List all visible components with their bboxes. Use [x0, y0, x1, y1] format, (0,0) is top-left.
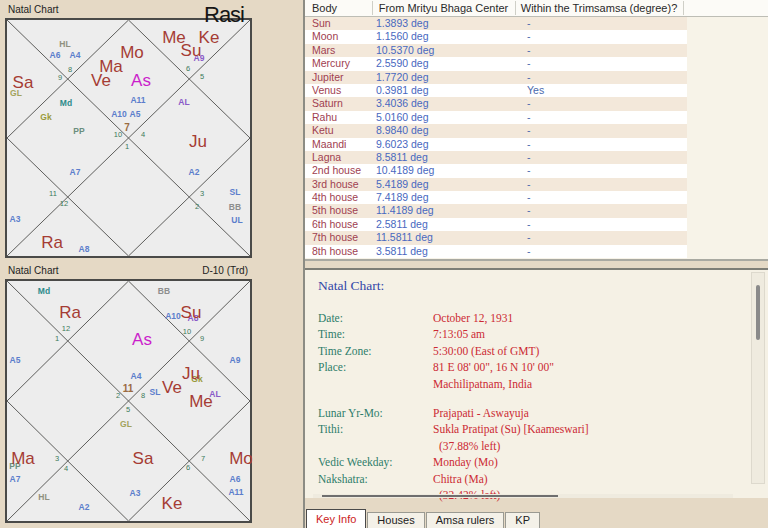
rasi-number: 9 [200, 335, 204, 343]
info-row: Time:7:13:05 am [318, 324, 738, 340]
planet-ju: Ju [189, 133, 207, 150]
table-row-mercury: Mercury2.5590 deg- [305, 57, 687, 70]
rasi-number: 6 [186, 65, 190, 73]
rasi-number: 1 [55, 335, 59, 343]
table-row-maandi: Maandi9.6023 deg- [305, 138, 687, 151]
cell-distance: 3.4036 deg [376, 97, 429, 111]
cell-trimsamsa: - [527, 218, 531, 232]
cell-trimsamsa: - [527, 191, 531, 205]
cell-distance: 1.3893 deg [376, 17, 429, 31]
chart-label-a8: A8 [79, 245, 90, 254]
chart1-title: Natal Chart [8, 4, 59, 15]
cell-trimsamsa: - [527, 164, 531, 178]
tab-amsa-rulers[interactable]: Amsa rulers [426, 512, 505, 528]
chart-label-bb: BB [229, 203, 241, 212]
info-row: Machilipatnam, India [318, 374, 738, 390]
chart-label-a4: A4 [70, 51, 81, 60]
chart-label-al: AL [178, 98, 189, 107]
info-row: Place:81 E 08' 00", 16 N 10' 00" [318, 357, 738, 373]
mrityu-bhaga-panel: Body From Mrityu Bhaga Center Within the… [305, 0, 768, 261]
chart-label-a6: A6 [50, 51, 61, 60]
planet-ra: Ra [59, 304, 81, 321]
horizontal-scrollbar-thumb[interactable] [322, 495, 558, 497]
rasi-number: 11 [49, 190, 57, 198]
tab-key-info[interactable]: Key Info [306, 509, 366, 528]
vertical-scrollbar-thumb[interactable] [756, 285, 760, 340]
info-value: (37.88% left) [433, 440, 500, 452]
jhora-window: Natal Chart Rasi HLA6A4GLMdGkPPA9ALA11A1… [0, 0, 768, 528]
right-pane: Body From Mrityu Bhaga Center Within the… [303, 0, 768, 528]
cell-body: 3rd house [312, 178, 359, 192]
key-info-panel: Natal Chart: Date:October 12, 1931Time:7… [305, 268, 768, 498]
planet-me: Me [189, 393, 213, 410]
header-mrityu-bhaga: From Mrityu Bhaga Center [372, 2, 515, 14]
cell-trimsamsa: - [527, 245, 531, 259]
cell-body: Rahu [312, 111, 337, 125]
rasi-number: 4 [64, 465, 68, 473]
info-row: Date:October 12, 1931 [318, 308, 738, 324]
chart-label-a10: A10 [165, 312, 181, 321]
horizontal-scrollbar[interactable] [313, 494, 733, 498]
tab-bar: Key InfoHousesAmsa rulersKP [305, 505, 541, 528]
rasi-number: 6 [186, 464, 190, 472]
chart-label-a3: A3 [130, 489, 141, 498]
rasi-chart[interactable]: HLA6A4GLMdGkPPA9ALA11A10A5A2A7SLBBULA3A8… [5, 18, 252, 258]
chart-label-a2: A2 [189, 168, 200, 177]
tab-kp[interactable]: KP [505, 512, 540, 528]
chart-label-hl: HL [59, 40, 70, 49]
planet-sa: Sa [133, 450, 154, 467]
column-divider [372, 1, 373, 15]
table-row-lagna: Lagna8.5811 deg- [305, 151, 687, 164]
table-row-ketu: Ketu8.9840 deg- [305, 124, 687, 137]
d10-chart[interactable]: MdBBA10A8A5A9A4GkSLALGLPPA7HLA2A3A6A1112… [5, 279, 252, 523]
rasi-number: 4 [141, 131, 145, 139]
planet-sa: Sa [13, 74, 34, 91]
chart-label-a4: A4 [131, 372, 142, 381]
chart-label-pp: PP [73, 127, 84, 136]
chart2-title: Natal Chart [8, 265, 59, 276]
chart-label-bb: BB [158, 287, 170, 296]
cell-distance: 3.5811 deg [376, 245, 428, 259]
rasi-number: 8 [68, 66, 72, 74]
vertical-scrollbar[interactable] [751, 272, 765, 484]
table-row-4th-house: 4th house7.4189 deg- [305, 191, 687, 204]
chart-label-a5: A5 [130, 110, 141, 119]
cell-distance: 9.6023 deg [376, 138, 429, 152]
planet-ve: Ve [91, 72, 111, 89]
rasi-number: 9 [58, 74, 62, 82]
rasi-number: 3 [55, 455, 59, 463]
tab-houses[interactable]: Houses [367, 512, 424, 528]
chart-label-gk: Gk [40, 113, 51, 122]
planet-su: Su [181, 304, 202, 321]
ascendant-marker: As [131, 72, 151, 89]
cell-body: Venus [312, 84, 341, 98]
info-heading: Natal Chart: [318, 278, 384, 294]
chart-label-a11: A11 [228, 488, 243, 497]
rasi-number: 8 [141, 392, 145, 400]
cell-distance: 2.5811 deg [376, 218, 428, 232]
table-row-6th-house: 6th house2.5811 deg- [305, 218, 687, 231]
info-row: Tithi:Sukla Pratipat (Su) [Kaameswari] [318, 419, 738, 435]
chart-label-md: Md [38, 287, 50, 296]
rasi-number: 11 [123, 384, 134, 394]
cell-trimsamsa: - [527, 97, 531, 111]
cell-trimsamsa: - [527, 44, 531, 58]
planet-ra: Ra [41, 234, 63, 251]
rasi-number: 5 [126, 406, 130, 414]
info-value: October 12, 1931 [433, 312, 513, 324]
chart-label-gl: GL [120, 420, 132, 429]
cell-body: Ketu [312, 124, 334, 138]
info-row: Vedic Weekday:Monday (Mo) [318, 452, 738, 468]
table-row-rahu: Rahu5.0160 deg- [305, 111, 687, 124]
rasi-number: 12 [62, 325, 70, 333]
info-spacer [318, 390, 738, 403]
info-label: Time: [318, 328, 433, 340]
table-row-3rd-house: 3rd house5.4189 deg- [305, 178, 687, 191]
planet-ma: Ma [11, 450, 35, 467]
table-row-5th-house: 5th house11.4189 deg- [305, 204, 687, 217]
table-row-jupiter: Jupiter1.7720 deg- [305, 71, 687, 84]
cell-trimsamsa: - [527, 178, 531, 192]
cell-body: 6th house [312, 218, 358, 232]
info-label: Lunar Yr-Mo: [318, 407, 433, 419]
info-value: Monday (Mo) [433, 456, 498, 468]
